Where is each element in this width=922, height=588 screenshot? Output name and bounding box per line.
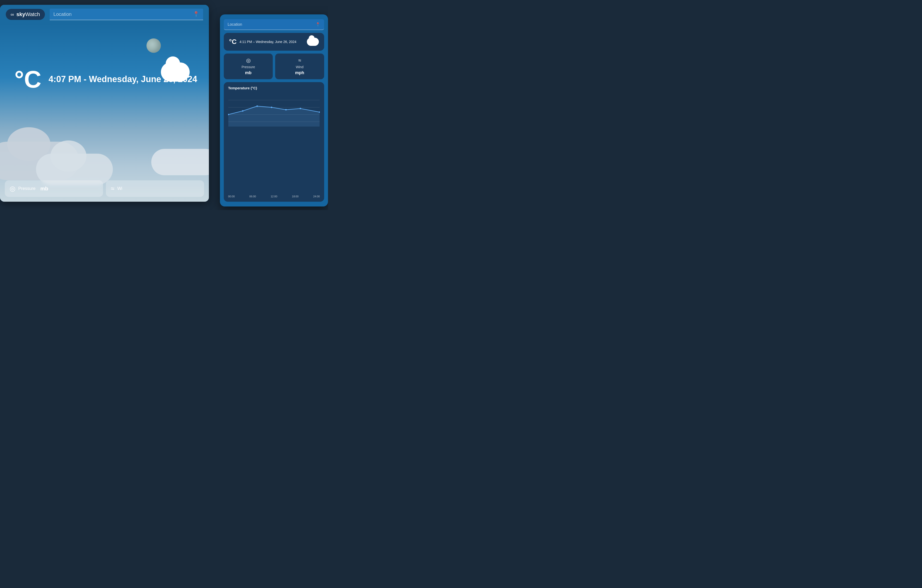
wind-card-bg: ≈ Wi xyxy=(106,180,204,197)
pressure-value-bg: mb xyxy=(40,186,48,192)
wind-value-fg: mph xyxy=(295,70,304,75)
chart-title: Temperature (°C) xyxy=(228,86,320,90)
temp-unit-fg: °C xyxy=(229,38,237,46)
svg-point-9 xyxy=(285,109,287,111)
foreground-app-window: Location 📍 °C 4:11 PM – Wednesday, June … xyxy=(220,15,328,206)
location-pin-icon-fg: 📍 xyxy=(316,22,320,27)
svg-marker-4 xyxy=(228,106,320,127)
metrics-row-fg: ◎ Pressure mb ≈ Wind mph xyxy=(224,54,324,79)
datetime-fg: 4:11 PM – Wednesday, June 26, 2024 xyxy=(239,39,304,44)
logo-text: skyWatch xyxy=(16,11,40,18)
pressure-card-bg: ◎ Pressure mb xyxy=(5,180,103,197)
pressure-icon-bg: ◎ xyxy=(10,185,15,193)
logo: ∞ skyWatch xyxy=(6,9,45,20)
wind-icon-fg: ≈ xyxy=(298,57,301,64)
location-placeholder-bg: Location xyxy=(54,11,72,17)
chart-x-labels: 00:00 06:00 12:00 18:00 24:00 xyxy=(228,195,320,198)
location-bar-fg[interactable]: Location 📍 xyxy=(224,19,324,30)
chart-x-label-4: 24:00 xyxy=(313,195,320,198)
wind-icon-bg: ≈ xyxy=(111,185,114,193)
chart-area xyxy=(228,93,320,193)
pressure-label-fg: Pressure xyxy=(242,65,255,69)
chart-x-label-1: 06:00 xyxy=(250,195,256,198)
temperature-unit-large: °C xyxy=(15,67,41,91)
wind-tile-fg: ≈ Wind mph xyxy=(275,54,324,79)
chart-x-label-2: 12:00 xyxy=(271,195,277,198)
location-placeholder-fg: Location xyxy=(227,22,242,27)
svg-point-7 xyxy=(257,105,258,107)
chart-x-label-0: 00:00 xyxy=(228,195,235,198)
pressure-value-fg: mb xyxy=(245,70,252,75)
wind-label-fg: Wind xyxy=(296,65,304,69)
pressure-tile-fg: ◎ Pressure mb xyxy=(224,54,273,79)
temperature-chart-card: Temperature (°C) xyxy=(224,82,324,202)
moon-icon xyxy=(147,38,161,53)
clouds-decorative xyxy=(0,122,209,185)
bg-header: ∞ skyWatch Location 📍 xyxy=(0,5,209,24)
svg-point-8 xyxy=(271,106,272,108)
logo-icon: ∞ xyxy=(11,12,14,17)
pressure-label-bg: Pressure xyxy=(18,186,36,191)
current-weather-card: °C 4:11 PM – Wednesday, June 26, 2024 xyxy=(224,33,324,51)
wind-label-bg: Wi xyxy=(117,186,122,191)
sky-background: °C 4:07 PM - Wednesday, June 26, 2024 ◎ … xyxy=(0,24,209,202)
location-input-bg[interactable]: Location 📍 xyxy=(50,9,203,20)
weather-cloud-icon-large xyxy=(161,62,190,82)
chart-svg xyxy=(228,93,320,127)
bottom-metrics-bar: ◎ Pressure mb ≈ Wi xyxy=(0,180,209,197)
pressure-icon-fg: ◎ xyxy=(246,57,251,64)
location-pin-icon-bg: 📍 xyxy=(193,11,199,17)
svg-point-10 xyxy=(300,108,301,109)
svg-point-6 xyxy=(242,110,244,112)
background-app-window: ∞ skyWatch Location 📍 °C 4:07 PM - Wedne… xyxy=(0,5,209,202)
cloud-icon-fg xyxy=(307,38,319,46)
chart-x-label-3: 18:00 xyxy=(292,195,299,198)
